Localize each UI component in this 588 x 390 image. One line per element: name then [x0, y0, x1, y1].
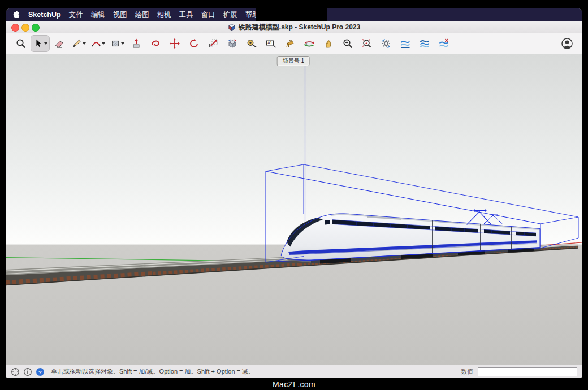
tape-measure-icon: [246, 38, 257, 49]
move-tool-button[interactable]: [165, 35, 184, 52]
status-bar: ? 单击或拖动以选择对象。Shift = 加/减。Option = 加。Shif…: [6, 365, 582, 378]
redaction-overlay: [256, 8, 327, 21]
zoom-extents-tool-button[interactable]: [357, 35, 377, 52]
close-window-button[interactable]: [11, 24, 19, 32]
paint-bucket-icon: [284, 38, 296, 49]
minimize-window-button[interactable]: [21, 24, 29, 32]
box-offset-icon: [227, 38, 238, 49]
arc-tool-button[interactable]: [88, 35, 107, 52]
pan-hand-icon: [323, 38, 334, 49]
eraser-icon: [54, 38, 65, 49]
arc-icon: [91, 38, 101, 49]
rotate-tool-button[interactable]: [184, 35, 204, 52]
geolocation-icon[interactable]: [11, 367, 20, 376]
account-avatar-icon: [561, 37, 573, 50]
menu-file[interactable]: 文件: [69, 10, 83, 20]
extension-layers-button[interactable]: [415, 35, 434, 52]
push-pull-icon: [131, 38, 142, 49]
gear-sync-icon: [381, 38, 392, 49]
menu-camera[interactable]: 相机: [157, 10, 171, 20]
wave-delete-icon: [438, 38, 449, 49]
select-arrow-icon: [33, 38, 44, 49]
scene-tab[interactable]: 场景号 1: [277, 56, 310, 66]
offset-tool-button[interactable]: [223, 35, 242, 52]
pan-tool-button[interactable]: [319, 35, 338, 52]
search-icon: [15, 38, 27, 49]
extension-flatten-button[interactable]: [396, 35, 415, 52]
help-icon[interactable]: ?: [36, 367, 45, 376]
paint-bucket-tool-button[interactable]: [280, 35, 300, 52]
measurement-input[interactable]: [478, 367, 577, 376]
menu-bar: SketchUp 文件 编辑 视图 绘图 相机 工具 窗口 扩展 帮助: [6, 8, 582, 21]
sky: [6, 54, 582, 245]
pencil-icon: [72, 38, 82, 49]
modeling-viewport[interactable]: 场景号 1: [6, 54, 582, 365]
line-tool-button[interactable]: [69, 35, 88, 52]
menu-tools[interactable]: 工具: [179, 10, 193, 20]
chevron-down-icon: [121, 42, 124, 45]
menu-draw[interactable]: 绘图: [135, 10, 149, 20]
follow-me-tool-button[interactable]: [146, 35, 165, 52]
shapes-tool-button[interactable]: [107, 35, 127, 52]
chevron-down-icon: [44, 42, 47, 45]
extension-wave-button[interactable]: [434, 35, 453, 52]
move-icon: [169, 38, 180, 49]
toolbar: A1: [6, 33, 582, 54]
follow-me-icon: [150, 38, 161, 49]
menu-window[interactable]: 窗口: [201, 10, 215, 20]
apple-menu[interactable]: [12, 10, 20, 20]
fullscreen-window-button[interactable]: [32, 24, 40, 32]
orbit-icon: [304, 38, 315, 49]
extension-gear-button[interactable]: [377, 35, 396, 52]
apple-icon: [12, 10, 20, 19]
menu-app-name[interactable]: SketchUp: [28, 11, 61, 19]
search-tool-button[interactable]: [11, 35, 31, 52]
zoom-extents-icon: [361, 38, 373, 49]
zoom-icon: [342, 38, 353, 49]
push-pull-tool-button[interactable]: [127, 35, 146, 52]
wave-layers-icon: [419, 38, 430, 49]
select-tool-button[interactable]: [31, 35, 50, 52]
sketchup-logo-icon: [228, 23, 236, 32]
info-icon[interactable]: [23, 367, 32, 376]
svg-text:?: ?: [38, 369, 42, 375]
window-titlebar: 铁路建模模型.skp - SketchUp Pro 2023: [6, 21, 582, 33]
orbit-tool-button[interactable]: [300, 35, 319, 52]
watermark-text: MacZL.com: [0, 378, 588, 390]
tape-measure-tool-button[interactable]: [242, 35, 261, 52]
text-label-icon: A1: [265, 38, 276, 49]
scale-icon: [207, 38, 219, 49]
scale-tool-button[interactable]: [204, 35, 223, 52]
account-button[interactable]: [557, 35, 577, 52]
mac-screen: SketchUp 文件 编辑 视图 绘图 相机 工具 窗口 扩展 帮助 铁路建模…: [6, 8, 582, 378]
modeling-canvas[interactable]: [6, 54, 582, 365]
chevron-down-icon: [83, 42, 86, 45]
svg-text:A1: A1: [267, 41, 272, 45]
wave-flatten-icon: [400, 38, 411, 49]
rotate-icon: [188, 38, 200, 49]
menu-extensions[interactable]: 扩展: [223, 10, 237, 20]
dimension-text-tool-button[interactable]: A1: [261, 35, 280, 52]
menu-edit[interactable]: 编辑: [91, 10, 105, 20]
zoom-tool-button[interactable]: [338, 35, 357, 52]
rectangle-shape-icon: [110, 38, 120, 49]
eraser-tool-button[interactable]: [50, 35, 69, 52]
chevron-down-icon: [102, 42, 105, 45]
window-title: 铁路建模模型.skp - SketchUp Pro 2023: [239, 21, 360, 33]
measurement-label: 数值: [461, 367, 473, 376]
menu-view[interactable]: 视图: [113, 10, 127, 20]
status-hint-text: 单击或拖动以选择对象。Shift = 加/减。Option = 加。Shift …: [51, 367, 254, 376]
